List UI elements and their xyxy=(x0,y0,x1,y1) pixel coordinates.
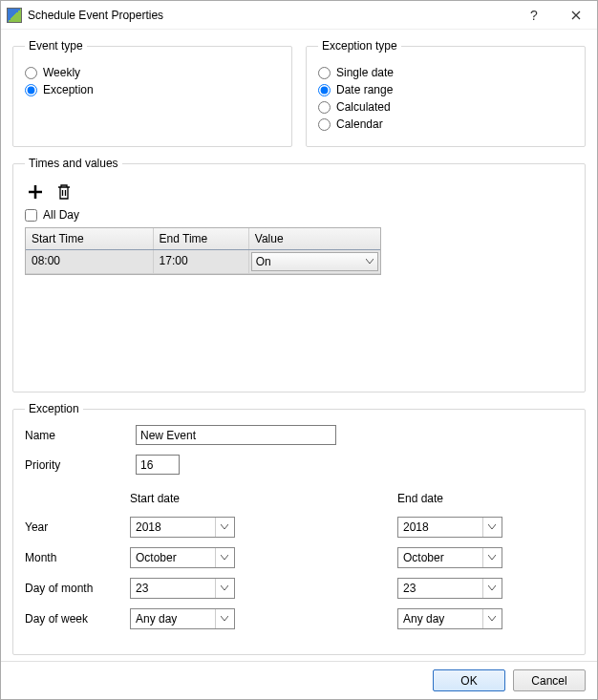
all-day-label: All Day xyxy=(43,208,79,222)
dialog-window: Schedule Event Properties ? Event type W… xyxy=(0,0,598,700)
add-row-button[interactable] xyxy=(25,181,46,202)
column-header-value[interactable]: Value xyxy=(249,228,380,249)
end-month-combo[interactable]: October xyxy=(397,547,502,568)
chevron-down-icon xyxy=(215,518,232,537)
chevron-down-icon xyxy=(215,609,232,628)
name-input[interactable] xyxy=(136,425,336,445)
all-day-checkbox[interactable] xyxy=(25,209,37,222)
cancel-button[interactable]: Cancel xyxy=(513,669,586,691)
dialog-footer: OK Cancel xyxy=(1,661,597,699)
start-dom-value: 23 xyxy=(136,582,148,595)
cell-start-time[interactable]: 08:00 xyxy=(26,250,154,273)
start-month-combo[interactable]: October xyxy=(130,547,235,568)
month-label: Month xyxy=(25,551,130,564)
chevron-down-icon xyxy=(215,548,232,567)
end-month-value: October xyxy=(403,551,444,564)
help-button[interactable]: ? xyxy=(513,1,555,30)
exception-type-calculated-radio[interactable] xyxy=(318,101,331,114)
dom-label: Day of month xyxy=(25,582,130,595)
chevron-down-icon xyxy=(482,548,500,567)
event-type-weekly[interactable]: Weekly xyxy=(25,66,280,79)
exception-type-legend: Exception type xyxy=(318,39,401,53)
start-date-header: Start date xyxy=(130,492,254,507)
start-dom-combo[interactable]: 23 xyxy=(130,578,235,599)
app-icon xyxy=(7,8,22,23)
start-year-combo[interactable]: 2018 xyxy=(130,517,235,538)
date-grid: Start date End date Year 2018 2018 Month xyxy=(25,492,573,629)
end-dom-value: 23 xyxy=(403,582,416,595)
window-title: Schedule Event Properties xyxy=(28,9,513,22)
priority-input[interactable] xyxy=(136,455,180,475)
event-type-exception-radio[interactable] xyxy=(25,84,37,96)
event-type-group: Event type Weekly Exception xyxy=(12,39,292,147)
exception-type-group: Exception type Single date Date range Ca… xyxy=(306,39,586,147)
trash-icon xyxy=(56,183,72,201)
times-values-table: Start Time End Time Value 08:00 17:00 On xyxy=(25,227,381,275)
start-dow-value: Any day xyxy=(136,612,177,626)
exception-type-single-date-radio[interactable] xyxy=(318,67,331,79)
name-label: Name xyxy=(25,429,130,442)
start-dow-combo[interactable]: Any day xyxy=(130,608,235,629)
chevron-down-icon xyxy=(215,579,232,598)
exception-group: Exception Name Priority Start date End d… xyxy=(12,402,586,655)
chevron-down-icon xyxy=(482,579,500,598)
table-row[interactable]: 08:00 17:00 On xyxy=(26,250,380,274)
column-header-start[interactable]: Start Time xyxy=(26,228,154,249)
column-header-end[interactable]: End Time xyxy=(154,228,249,249)
end-dow-value: Any day xyxy=(403,612,444,626)
start-year-value: 2018 xyxy=(136,520,161,534)
cell-end-time[interactable]: 17:00 xyxy=(154,250,249,273)
chevron-down-icon xyxy=(482,609,500,628)
titlebar: Schedule Event Properties ? xyxy=(1,1,597,30)
end-date-header: End date xyxy=(397,492,522,507)
plus-icon xyxy=(27,183,44,201)
exception-type-calculated[interactable]: Calculated xyxy=(318,100,573,114)
exception-type-date-range[interactable]: Date range xyxy=(318,83,573,96)
exception-type-calendar-label: Calendar xyxy=(336,117,383,131)
end-dom-combo[interactable]: 23 xyxy=(397,578,502,599)
event-type-legend: Event type xyxy=(25,39,87,53)
value-dropdown-text: On xyxy=(256,255,271,268)
times-values-group: Times and values All Day xyxy=(12,157,586,392)
event-type-exception-label: Exception xyxy=(43,83,94,96)
exception-type-calculated-label: Calculated xyxy=(336,100,391,114)
dow-label: Day of week xyxy=(25,612,130,626)
end-year-combo[interactable]: 2018 xyxy=(397,517,502,538)
exception-type-single-date-label: Single date xyxy=(336,66,394,79)
close-button[interactable] xyxy=(555,1,597,30)
ok-button[interactable]: OK xyxy=(433,669,505,691)
exception-type-calendar[interactable]: Calendar xyxy=(318,117,573,131)
event-type-weekly-radio[interactable] xyxy=(25,67,37,79)
exception-type-date-range-label: Date range xyxy=(336,83,393,96)
year-label: Year xyxy=(25,520,130,534)
times-values-toolbar xyxy=(25,180,573,208)
delete-row-button[interactable] xyxy=(53,181,75,202)
help-icon: ? xyxy=(530,8,538,23)
times-values-empty-area xyxy=(25,275,573,380)
priority-label: Priority xyxy=(25,458,130,472)
exception-legend: Exception xyxy=(25,402,83,415)
cell-value[interactable]: On xyxy=(249,250,380,273)
all-day-row[interactable]: All Day xyxy=(25,208,573,222)
start-month-value: October xyxy=(136,551,177,564)
event-type-exception[interactable]: Exception xyxy=(25,83,280,96)
value-dropdown[interactable]: On xyxy=(251,252,378,271)
chevron-down-icon xyxy=(482,518,500,537)
times-values-header: Start Time End Time Value xyxy=(26,228,380,250)
exception-type-date-range-radio[interactable] xyxy=(318,84,331,96)
exception-type-single-date[interactable]: Single date xyxy=(318,66,573,79)
chevron-down-icon xyxy=(366,259,374,265)
end-year-value: 2018 xyxy=(403,520,429,534)
times-values-legend: Times and values xyxy=(25,157,122,170)
event-type-weekly-label: Weekly xyxy=(43,66,80,79)
exception-type-calendar-radio[interactable] xyxy=(318,118,331,131)
end-dow-combo[interactable]: Any day xyxy=(397,608,502,629)
dialog-content: Event type Weekly Exception Exception ty… xyxy=(1,30,597,661)
close-icon xyxy=(571,11,581,20)
